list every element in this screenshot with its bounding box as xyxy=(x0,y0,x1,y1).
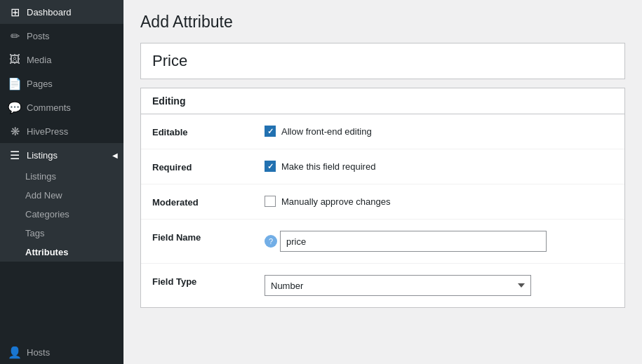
moderated-control: Manually approve changes xyxy=(265,196,613,207)
required-checkbox[interactable] xyxy=(265,161,276,172)
media-icon: 🖼 xyxy=(8,53,21,66)
field-type-control: Number Text Textarea Select Checkbox Dat… xyxy=(265,275,613,296)
editable-checkbox[interactable] xyxy=(265,126,276,137)
moderated-label: Moderated xyxy=(152,196,265,208)
sidebar-item-media[interactable]: 🖼 Media xyxy=(0,48,123,72)
posts-icon: ✏ xyxy=(8,29,21,42)
sidebar-item-label: Pages xyxy=(27,79,53,89)
sidebar-item-label: Listings xyxy=(27,150,58,161)
sidebar: ⊞ Dashboard ✏ Posts 🖼 Media 📄 Pages 💬 Co… xyxy=(0,0,123,364)
submenu-item-categories[interactable]: Categories xyxy=(0,205,123,224)
field-type-row: Field Type Number Text Textarea Select C… xyxy=(141,264,624,307)
listings-submenu: Listings Add New Categories Tags Attribu… xyxy=(0,167,123,262)
sidebar-item-label: HivePress xyxy=(27,126,68,137)
sidebar-item-label: Hosts xyxy=(27,347,50,358)
sidebar-item-label: Posts xyxy=(27,31,50,41)
sidebar-item-posts[interactable]: ✏ Posts xyxy=(0,24,123,48)
comments-icon: 💬 xyxy=(8,101,21,114)
dashboard-icon: ⊞ xyxy=(8,6,21,18)
sidebar-item-label: Comments xyxy=(27,102,71,113)
field-name-control: ? xyxy=(265,231,613,252)
field-name-row: Field Name ? xyxy=(141,220,624,264)
field-name-help-icon[interactable]: ? xyxy=(265,235,277,248)
sidebar-item-label: Dashboard xyxy=(27,7,72,18)
submenu-item-attributes[interactable]: Attributes xyxy=(0,243,123,262)
hosts-icon: 👤 xyxy=(8,346,21,358)
required-control: Make this field required xyxy=(265,161,613,172)
main-content: Add Attribute Price Editing Editable All… xyxy=(123,0,642,364)
page-title: Add Attribute xyxy=(140,13,625,32)
editable-label: Editable xyxy=(152,126,265,137)
submenu-item-add-new[interactable]: Add New xyxy=(0,186,123,205)
moderated-checkbox[interactable] xyxy=(265,196,276,207)
sidebar-item-listings[interactable]: ☰ Listings ◀ xyxy=(0,143,123,167)
sidebar-item-hivepress[interactable]: ❋ HivePress xyxy=(0,119,123,143)
moderated-description: Manually approve changes xyxy=(281,196,390,207)
hivepress-icon: ❋ xyxy=(8,125,21,137)
field-name-label: Field Name xyxy=(152,231,265,243)
field-name-input[interactable] xyxy=(280,231,547,252)
sidebar-item-dashboard[interactable]: ⊞ Dashboard xyxy=(0,0,123,24)
listings-icon: ☰ xyxy=(8,149,21,161)
field-type-select[interactable]: Number Text Textarea Select Checkbox Dat… xyxy=(265,275,531,296)
sidebar-item-comments[interactable]: 💬 Comments xyxy=(0,95,123,119)
submenu-item-tags[interactable]: Tags xyxy=(0,224,123,243)
editable-description: Allow front-end editing xyxy=(281,126,372,137)
sidebar-item-hosts[interactable]: 👤 Hosts xyxy=(0,340,123,364)
editable-field-row: Editable Allow front-end editing xyxy=(141,114,624,149)
chevron-right-icon: ◀ xyxy=(112,151,118,159)
required-description: Make this field required xyxy=(281,161,375,172)
attribute-title-bar: Price xyxy=(140,43,625,79)
editing-section-header: Editing xyxy=(141,88,624,114)
attribute-title-value: Price xyxy=(152,52,187,69)
pages-icon: 📄 xyxy=(8,77,21,90)
sidebar-item-pages[interactable]: 📄 Pages xyxy=(0,72,123,95)
editable-control: Allow front-end editing xyxy=(265,126,613,137)
field-type-label: Field Type xyxy=(152,275,265,287)
sidebar-item-label: Media xyxy=(27,55,51,65)
editing-section: Editing Editable Allow front-end editing… xyxy=(140,88,625,308)
required-field-row: Required Make this field required xyxy=(141,149,624,184)
required-label: Required xyxy=(152,161,265,173)
moderated-field-row: Moderated Manually approve changes xyxy=(141,184,624,220)
submenu-item-listings[interactable]: Listings xyxy=(0,167,123,186)
